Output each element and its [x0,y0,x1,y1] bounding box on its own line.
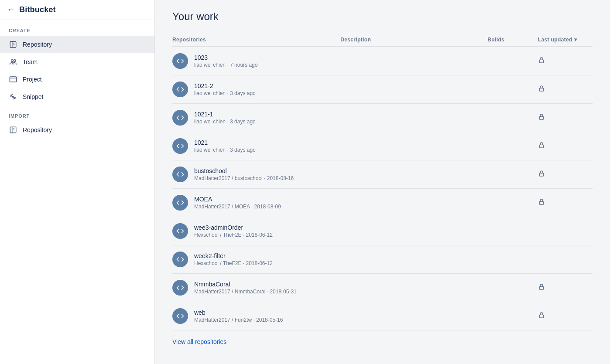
repo-name: week2-filter [194,252,273,259]
repo-name: wee3-adminOrder [194,224,273,231]
repo-lock-cell [538,302,593,330]
table-row[interactable]: bustoschoolMadHatter2017 / bustoschool ·… [172,160,593,189]
svg-rect-12 [539,173,543,176]
create-section-label: CREATE [0,20,154,36]
table-header: Repositories Description Builds Last upd… [172,33,593,47]
repo-icon [9,40,17,49]
repo-name: NmmbaCoral [194,281,297,288]
sidebar-item-team[interactable]: Team [0,53,154,71]
table-row[interactable]: wee3-adminOrderHexschool / TheF2E · 2018… [172,217,593,245]
svg-rect-11 [539,145,543,148]
repo-description [340,274,487,302]
sidebar-item-project[interactable]: Project [0,71,154,88]
sidebar-header: ← Bitbucket [0,0,154,20]
lock-icon [538,199,545,207]
import-section-label: IMPORT [0,105,154,121]
repo-avatar [172,82,188,97]
repo-lock-cell [538,274,593,302]
repo-lock-cell [538,189,593,217]
sidebar-item-snippet[interactable]: Snippet [0,88,154,105]
project-icon [9,75,17,84]
repo-sub: MadHatter2017 / bustoschool · 2018-08-16 [194,175,294,181]
sidebar-project-label: Project [23,76,42,83]
svg-rect-6 [10,127,16,133]
repo-sub: Hexschool / TheF2E · 2018-06-12 [194,232,273,238]
repo-name: bustoschool [194,167,294,174]
repo-lock-cell [538,217,593,245]
repo-sub: liao wei chien · 3 days ago [194,119,256,125]
repo-sub: liao wei chien · 7 hours ago [194,62,257,68]
repo-sub: MadHatter2017 / MOEA · 2018-08-09 [194,204,281,210]
svg-rect-15 [539,315,543,318]
repo-avatar [172,138,188,154]
table-row[interactable]: 1021-2liao wei chien · 3 days ago [172,75,593,104]
svg-rect-4 [10,77,17,82]
lock-icon [538,171,545,178]
sidebar-snippet-label: Snippet [23,93,43,100]
repo-description [340,132,487,160]
lock-icon [538,284,545,292]
repo-builds [487,132,538,160]
page-title: Your work [172,10,593,23]
repo-name: 1021-1 [194,111,256,118]
table-row[interactable]: webMadHatter2017 / Fun2tw · 2018-05-16 [172,302,593,330]
repo-avatar [172,280,188,296]
lock-icon [538,114,545,122]
table-row[interactable]: 1021-1liao wei chien · 3 days ago [172,104,593,132]
repo-builds [487,160,538,189]
repo-sub: liao wei chien · 3 days ago [194,147,256,153]
svg-point-5 [13,96,14,98]
col-header-repositories: Repositories [172,33,340,47]
repo-lock-cell [538,47,593,75]
sidebar-item-import-repository[interactable]: Repository [0,121,154,139]
table-body: 1023liao wei chien · 7 hours ago1021-2li… [172,47,593,330]
repo-builds [487,47,538,75]
repo-avatar [172,195,188,211]
table-row[interactable]: NmmbaCoralMadHatter2017 / NmmbaCoral · 2… [172,274,593,302]
repo-lock-cell [538,75,593,104]
sidebar-import-repository-label: Repository [23,126,52,133]
repo-builds [487,274,538,302]
repo-description [340,302,487,330]
table-row[interactable]: 1023liao wei chien · 7 hours ago [172,47,593,75]
repo-description [340,47,487,75]
col-header-last-updated[interactable]: Last updated ▾ [538,33,593,47]
repo-lock-cell [538,104,593,132]
back-icon[interactable]: ← [7,5,15,14]
table-row[interactable]: MOEAMadHatter2017 / MOEA · 2018-08-09 [172,189,593,217]
repo-builds [487,189,538,217]
lock-icon [538,86,545,93]
sort-chevron-icon: ▾ [574,37,577,43]
repo-name: 1023 [194,54,257,61]
repo-builds [487,302,538,330]
repo-avatar [172,308,188,324]
svg-rect-10 [539,116,543,119]
main-content: Your work Repositories Description Build… [155,0,610,364]
sidebar-repository-label: Repository [23,41,52,48]
repo-name: MOEA [194,196,281,203]
import-repo-icon [9,126,17,134]
repo-sub: Hexschool / TheF2E · 2018-06-12 [194,260,273,266]
snippet-icon [9,92,17,101]
repo-name: 1021-2 [194,82,256,89]
repo-description [340,104,487,132]
svg-point-3 [14,60,16,62]
view-all-repositories-link[interactable]: View all repositories [172,338,226,345]
team-icon [9,58,17,66]
app-logo: Bitbucket [19,5,56,14]
repo-description [340,75,487,104]
repo-description [340,245,487,274]
repo-lock-cell [538,245,593,274]
repo-name: web [194,309,283,316]
svg-rect-14 [539,286,543,289]
repo-builds [487,104,538,132]
col-header-description: Description [340,33,487,47]
repo-sub: MadHatter2017 / Fun2tw · 2018-05-16 [194,317,283,323]
table-row[interactable]: week2-filterHexschool / TheF2E · 2018-06… [172,245,593,274]
sidebar-item-repository[interactable]: Repository [0,36,154,53]
repo-description [340,160,487,189]
svg-point-2 [11,60,14,62]
table-row[interactable]: 1021liao wei chien · 3 days ago [172,132,593,160]
sidebar: ← Bitbucket CREATE Repository Team [0,0,155,364]
repo-builds [487,217,538,245]
